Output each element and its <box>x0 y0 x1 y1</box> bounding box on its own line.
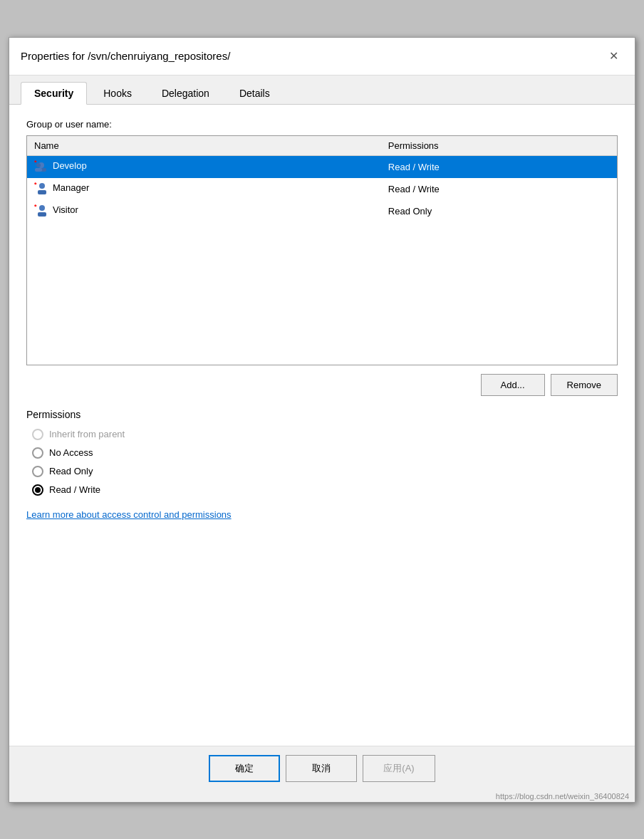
radio-inherit[interactable]: Inherit from parent <box>32 429 618 440</box>
svg-text:*: * <box>34 181 37 188</box>
col-header-name: Name <box>27 136 381 156</box>
tab-security[interactable]: Security <box>21 82 87 105</box>
tab-hooks[interactable]: Hooks <box>90 82 145 105</box>
group-user-label: Group or user name: <box>26 119 618 130</box>
radio-read-write[interactable]: Read / Write <box>32 484 618 496</box>
dialog-title: Properties for /svn/chenruiyang_reposito… <box>21 50 230 62</box>
svg-text:*: * <box>34 203 37 210</box>
row-name-cell: * Manager <box>27 178 381 200</box>
tab-delegation[interactable]: Delegation <box>148 82 223 105</box>
radio-label-no-access: No Access <box>49 447 93 458</box>
title-bar: Properties for /svn/chenruiyang_reposito… <box>9 38 635 75</box>
row-name-cell: * Develop <box>27 155 381 178</box>
tab-content: Group or user name: Name Permissions <box>9 105 635 746</box>
row-name: Visitor <box>53 204 78 215</box>
user-asterisk2-icon: * <box>34 203 48 217</box>
radio-label-read-only: Read Only <box>49 466 93 476</box>
row-permission: Read / Write <box>381 155 617 178</box>
user-asterisk-icon: * <box>34 181 48 195</box>
row-name: Develop <box>53 160 87 171</box>
cancel-button[interactable]: 取消 <box>286 755 357 782</box>
table-row[interactable]: * Develop Read / Write <box>27 155 617 178</box>
col-header-permissions: Permissions <box>381 136 617 156</box>
users-table: Name Permissions * <box>27 136 617 365</box>
users-table-container: Name Permissions * <box>26 135 618 365</box>
svg-point-9 <box>39 205 45 211</box>
dialog-footer: 确定 取消 应用(A) <box>9 746 635 791</box>
table-row[interactable]: * Visitor Read Only <box>27 200 617 222</box>
row-name: Manager <box>53 182 89 193</box>
dialog: Properties for /svn/chenruiyang_reposito… <box>9 37 635 803</box>
radio-circle-no-access <box>32 447 43 459</box>
row-permission: Read / Write <box>381 178 617 200</box>
radio-read-only[interactable]: Read Only <box>32 466 618 477</box>
row-permission: Read Only <box>381 200 617 222</box>
radio-circle-read-only <box>32 466 43 477</box>
radio-label-inherit: Inherit from parent <box>49 429 125 439</box>
learn-more-link[interactable]: Learn more about access control and perm… <box>26 509 232 520</box>
permissions-section: Permissions Inherit from parent No Acces… <box>26 409 618 496</box>
table-row[interactable]: * Manager Read / Write <box>27 178 617 200</box>
add-button[interactable]: Add... <box>481 374 545 396</box>
learn-more-section: Learn more about access control and perm… <box>26 509 618 520</box>
svg-rect-7 <box>38 190 46 194</box>
row-name-cell: * Visitor <box>27 200 381 222</box>
radio-no-access[interactable]: No Access <box>32 447 618 459</box>
remove-button[interactable]: Remove <box>551 374 618 396</box>
permissions-radio-group: Inherit from parent No Access Read Only … <box>26 429 618 496</box>
svg-point-6 <box>39 183 45 189</box>
radio-label-read-write: Read / Write <box>49 484 100 495</box>
tab-bar: Security Hooks Delegation Details <box>9 75 635 105</box>
ok-button[interactable]: 确定 <box>209 755 280 782</box>
apply-button[interactable]: 应用(A) <box>363 755 435 782</box>
svg-rect-10 <box>38 212 46 217</box>
permissions-title: Permissions <box>26 409 618 420</box>
watermark: https://blog.csdn.net/weixin_36400824 <box>9 791 635 802</box>
tab-details[interactable]: Details <box>226 82 284 105</box>
svg-rect-4 <box>35 168 42 172</box>
table-action-buttons: Add... Remove <box>26 374 618 396</box>
close-button[interactable]: ✕ <box>603 46 623 66</box>
radio-circle-inherit <box>32 429 43 440</box>
table-empty-area <box>27 222 617 365</box>
svg-point-2 <box>36 163 41 167</box>
group-asterisk-icon: * <box>34 159 48 173</box>
radio-circle-read-write <box>32 484 43 496</box>
